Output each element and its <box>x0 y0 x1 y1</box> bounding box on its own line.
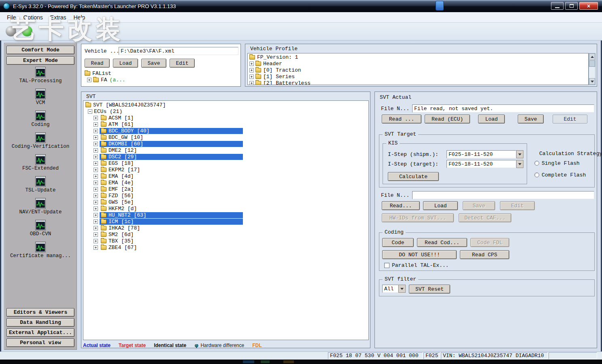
expander-icon[interactable] <box>87 78 91 82</box>
chevron-down-icon[interactable] <box>398 285 406 293</box>
expander-icon[interactable] <box>94 122 98 127</box>
sidebar-tool[interactable]: OBD-CVN <box>4 220 77 242</box>
istep-ship-dropdown[interactable]: F025-18-11-520 <box>447 150 523 158</box>
radio-icon[interactable] <box>534 172 539 177</box>
sidebar-tool[interactable]: Coding <box>4 111 77 132</box>
expander-icon[interactable] <box>94 148 98 153</box>
chevron-down-icon[interactable] <box>516 150 523 158</box>
coding-button[interactable]: Code <box>382 238 414 247</box>
ecu-row-body[interactable]: FZD [56] <box>100 193 243 199</box>
ecu-row-body[interactable]: ZBE4 [67] <box>100 245 243 251</box>
ecu-row-body[interactable]: EMA [4e] <box>100 180 243 186</box>
ecu-row-body[interactable]: IHKA2 [78] <box>100 225 243 231</box>
coding-button[interactable]: Read Cod... <box>417 238 467 247</box>
expander-icon[interactable] <box>94 245 98 250</box>
ecu-row-body[interactable]: DME2 [12] <box>100 147 243 153</box>
fa-tree-child[interactable]: FA (a... <box>87 77 126 83</box>
svt-actual-button[interactable]: Edit <box>553 115 587 123</box>
ecu-row-body[interactable]: SM2 [6d] <box>100 232 243 238</box>
svt-actual-button[interactable]: Load <box>478 115 505 123</box>
ecu-tree-row[interactable]: HU_NBT2 [63] <box>94 212 368 218</box>
vehicle-order-path-field[interactable]: F:\Date3\FA\F.xml <box>119 47 238 55</box>
sidebar-tool[interactable]: TAL-Processing <box>4 67 77 89</box>
expander-icon[interactable] <box>94 129 98 133</box>
ecu-tree-row[interactable]: EMA [4d] <box>94 173 368 179</box>
menu-item[interactable]: Extras <box>47 13 70 21</box>
maximize-button[interactable] <box>565 2 578 10</box>
profile-tree-row[interactable]: Header <box>249 60 588 67</box>
ecu-tree-row[interactable]: DSC2 [29] <box>94 153 368 160</box>
ecu-tree-row[interactable]: EGS [18] <box>94 160 368 166</box>
ecu-tree-row[interactable]: ATM [61] <box>94 121 368 128</box>
ecu-row-body[interactable]: EKPM2 [17] <box>100 167 243 173</box>
svt-target-file-button[interactable]: Edit <box>500 201 535 210</box>
ecu-tree-row[interactable]: DKOMBI [60] <box>94 140 368 147</box>
svt-hw-button[interactable]: HW-IDs from SVT... <box>382 213 454 222</box>
expander-icon[interactable] <box>94 161 98 166</box>
menu-item[interactable]: File <box>3 13 20 21</box>
calc-strategy-option[interactable]: Complete Flash <box>534 172 586 178</box>
collapse-icon[interactable] <box>88 109 92 114</box>
close-button[interactable]: × <box>579 2 598 10</box>
radio-icon[interactable] <box>534 161 539 166</box>
connect-icon[interactable] <box>6 26 16 36</box>
expander-icon[interactable] <box>249 62 254 66</box>
ecu-row-body[interactable]: DSC2 [29] <box>100 154 243 160</box>
ecu-row-body[interactable]: HKFM2 [d] <box>100 206 243 212</box>
calculate-button[interactable]: Calculate <box>388 172 439 181</box>
sidebar-section-button[interactable]: External Applicat... <box>6 328 74 337</box>
ecu-tree-row[interactable]: TBX [35] <box>94 238 368 244</box>
scroll-thumb[interactable] <box>589 60 595 67</box>
expander-icon[interactable] <box>94 226 98 230</box>
svt-target-file-field[interactable] <box>412 191 594 199</box>
sidebar-section-button[interactable]: Data Handling <box>6 318 74 327</box>
expander-icon[interactable] <box>94 116 98 120</box>
ecu-tree-row[interactable]: FZD [56] <box>94 192 368 199</box>
vehicle-order-button[interactable]: Edit <box>170 59 195 68</box>
svt-actual-file-field[interactable]: File read, not saved yet. <box>412 104 594 113</box>
profile-scrollbar[interactable] <box>589 53 596 85</box>
sidebar-section-button[interactable]: Editors & Viewers <box>6 308 74 317</box>
expander-icon[interactable] <box>94 194 98 198</box>
sidebar-tool[interactable]: TSL-Update <box>4 176 77 198</box>
svt-reset-button[interactable]: SVT Reset <box>409 285 450 294</box>
ecu-row-body[interactable]: EGS [18] <box>100 160 243 166</box>
expander-icon[interactable] <box>94 239 98 243</box>
expander-icon[interactable] <box>94 219 98 224</box>
expander-icon[interactable] <box>249 75 254 79</box>
sidebar-tool[interactable]: FSC-Extended <box>4 154 77 176</box>
ecu-tree-row[interactable]: BDC_GW [10] <box>94 134 368 140</box>
scroll-down-icon[interactable] <box>589 78 595 85</box>
svt-filter-dropdown[interactable]: All <box>382 285 406 293</box>
ecu-row-body[interactable]: ICM [1c] <box>100 219 243 225</box>
ecu-tree-row[interactable]: ACSM [1] <box>94 115 368 121</box>
checkbox-icon[interactable] <box>384 263 389 268</box>
ecu-row-body[interactable]: BDC_GW [10] <box>100 134 243 140</box>
mode-button[interactable]: Comfort Mode <box>6 46 74 54</box>
svt-tree-root[interactable]: SVT [WBALS2104J0Z35747] <box>85 102 368 108</box>
ecu-row-body[interactable]: HU_NBT2 [63] <box>100 212 243 218</box>
sidebar-tool[interactable]: Coding-Verification <box>4 132 77 154</box>
expander-icon[interactable] <box>94 187 98 192</box>
ecu-tree-row[interactable]: ZBE4 [67] <box>94 244 368 251</box>
menu-item[interactable]: Options <box>20 13 47 21</box>
sidebar-section-button[interactable]: Personal view <box>6 338 74 347</box>
coding-button[interactable]: Code FDL <box>470 238 509 247</box>
ecu-tree-row[interactable]: GWS [5e] <box>94 199 368 205</box>
profile-tree-row[interactable]: [2] Batteryless <box>249 80 588 85</box>
parallel-tal-option[interactable]: Parallel TAL-Ex... <box>384 262 449 268</box>
calc-strategy-option[interactable]: Single Flash <box>534 160 586 166</box>
expander-icon[interactable] <box>249 68 254 72</box>
fa-tree-root[interactable]: FAList <box>85 70 126 77</box>
svt-actual-button[interactable]: Read ... <box>382 115 421 123</box>
coding-button[interactable]: Read CPS <box>460 250 509 259</box>
svt-target-file-button[interactable]: Load <box>423 201 458 210</box>
ecu-row-body[interactable]: GWS [5e] <box>100 199 243 205</box>
svt-tree-ecus[interactable]: ECUs (21) <box>88 108 368 115</box>
svt-hw-button[interactable]: Detect CAF... <box>459 213 511 222</box>
mode-button[interactable]: Expert Mode <box>6 56 74 65</box>
ecu-tree-row[interactable]: SM2 [6d] <box>94 231 368 238</box>
expander-icon[interactable] <box>94 142 98 146</box>
svt-actual-button[interactable]: Save <box>518 115 544 123</box>
minimize-button[interactable] <box>551 2 564 10</box>
